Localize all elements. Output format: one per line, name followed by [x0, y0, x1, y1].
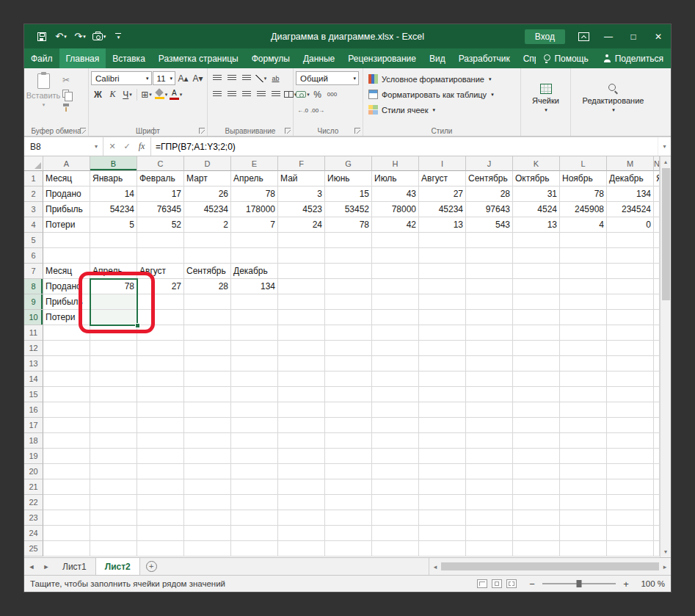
- cell-M7[interactable]: [607, 264, 654, 279]
- cell-E17[interactable]: [231, 418, 278, 433]
- cell-G15[interactable]: [325, 387, 372, 402]
- cell-L19[interactable]: [560, 449, 607, 464]
- cell-J7[interactable]: [466, 264, 513, 279]
- cell-B23[interactable]: [90, 510, 137, 526]
- vertical-scroll-thumb[interactable]: [662, 168, 670, 300]
- cell-E20[interactable]: [231, 464, 278, 479]
- cell-M5[interactable]: [607, 233, 654, 248]
- cell-F14[interactable]: [278, 372, 325, 387]
- cell-H5[interactable]: [372, 233, 419, 248]
- cell-E21[interactable]: [231, 479, 278, 495]
- cell-I15[interactable]: [419, 387, 466, 402]
- cell-G10[interactable]: [325, 310, 372, 325]
- cell-M3[interactable]: 234524: [607, 202, 654, 217]
- decrease-indent-button[interactable]: [254, 87, 268, 101]
- cell-M10[interactable]: [607, 310, 654, 325]
- cell-E3[interactable]: 178000: [231, 202, 278, 217]
- cell-N7[interactable]: [654, 264, 660, 279]
- cell-B10[interactable]: [90, 310, 137, 325]
- cell-E12[interactable]: [231, 341, 278, 356]
- cell-K25[interactable]: [513, 541, 560, 557]
- cell-J22[interactable]: [466, 495, 513, 510]
- font-size-select[interactable]: 11▾: [153, 71, 175, 85]
- cell-E10[interactable]: [231, 310, 278, 325]
- cell-J21[interactable]: [466, 479, 513, 495]
- cell-I16[interactable]: [419, 402, 466, 418]
- cell-M1[interactable]: Декабрь: [607, 171, 654, 186]
- cell-A9[interactable]: Прибыль: [43, 294, 90, 310]
- cell-I9[interactable]: [419, 294, 466, 310]
- cell-J2[interactable]: 28: [466, 186, 513, 202]
- cell-K21[interactable]: [513, 479, 560, 495]
- cell-F20[interactable]: [278, 464, 325, 479]
- cell-D17[interactable]: [184, 418, 231, 433]
- cell-K11[interactable]: [513, 325, 560, 341]
- cell-L6[interactable]: [560, 248, 607, 264]
- column-header-A[interactable]: A: [43, 156, 90, 171]
- cell-H8[interactable]: [372, 279, 419, 294]
- cell-L22[interactable]: [560, 495, 607, 510]
- row-header-21[interactable]: 21: [24, 479, 43, 495]
- cell-B18[interactable]: [90, 433, 137, 449]
- cell-J9[interactable]: [466, 294, 513, 310]
- cell-D8[interactable]: 28: [184, 279, 231, 294]
- bold-button[interactable]: Ж: [91, 87, 105, 101]
- cell-G19[interactable]: [325, 449, 372, 464]
- cell-K3[interactable]: 4524: [513, 202, 560, 217]
- cell-A20[interactable]: [43, 464, 90, 479]
- column-header-F[interactable]: F: [278, 156, 325, 171]
- close-button[interactable]: ✕: [646, 24, 671, 48]
- cell-E7[interactable]: Декабрь: [231, 264, 278, 279]
- cell-A18[interactable]: [43, 433, 90, 449]
- cell-C17[interactable]: [137, 418, 184, 433]
- cell-M4[interactable]: 0: [607, 217, 654, 233]
- cell-H23[interactable]: [372, 510, 419, 526]
- cell-H19[interactable]: [372, 449, 419, 464]
- row-header-19[interactable]: 19: [24, 449, 43, 464]
- cell-L9[interactable]: [560, 294, 607, 310]
- save-button[interactable]: [33, 28, 51, 46]
- conditional-formatting-button[interactable]: Условное форматирование ▾: [365, 72, 518, 86]
- cell-D23[interactable]: [184, 510, 231, 526]
- cell-L18[interactable]: [560, 433, 607, 449]
- zoom-slider[interactable]: [542, 583, 616, 584]
- cell-L17[interactable]: [560, 418, 607, 433]
- cell-A1[interactable]: Месяц: [43, 171, 90, 186]
- cell-A16[interactable]: [43, 402, 90, 418]
- cell-C20[interactable]: [137, 464, 184, 479]
- cell-D15[interactable]: [184, 387, 231, 402]
- cell-L21[interactable]: [560, 479, 607, 495]
- cell-E23[interactable]: [231, 510, 278, 526]
- cell-A13[interactable]: [43, 356, 90, 372]
- cell-N12[interactable]: [654, 341, 660, 356]
- cell-C8[interactable]: 27: [137, 279, 184, 294]
- cell-N6[interactable]: [654, 248, 660, 264]
- cell-E19[interactable]: [231, 449, 278, 464]
- format-as-table-button[interactable]: Форматировать как таблицу ▾: [365, 87, 518, 101]
- cell-M17[interactable]: [607, 418, 654, 433]
- paste-button[interactable]: Вставить ▾: [26, 70, 60, 125]
- cell-G13[interactable]: [325, 356, 372, 372]
- cell-N10[interactable]: [654, 310, 660, 325]
- cell-K13[interactable]: [513, 356, 560, 372]
- cell-L13[interactable]: [560, 356, 607, 372]
- cell-B14[interactable]: [90, 372, 137, 387]
- cell-J19[interactable]: [466, 449, 513, 464]
- cell-K12[interactable]: [513, 341, 560, 356]
- orientation-button[interactable]: ▾: [254, 71, 268, 85]
- cell-I18[interactable]: [419, 433, 466, 449]
- cell-L4[interactable]: 4: [560, 217, 607, 233]
- cell-J3[interactable]: 97643: [466, 202, 513, 217]
- ribbon-tab-Разметка страницы[interactable]: Разметка страницы: [152, 48, 245, 68]
- cell-F12[interactable]: [278, 341, 325, 356]
- cell-N14[interactable]: [654, 372, 660, 387]
- cell-J25[interactable]: [466, 541, 513, 557]
- cell-E15[interactable]: [231, 387, 278, 402]
- cell-G25[interactable]: [325, 541, 372, 557]
- cell-D19[interactable]: [184, 449, 231, 464]
- camera-button[interactable]: ▾: [90, 28, 108, 46]
- cell-J12[interactable]: [466, 341, 513, 356]
- wrap-text-button[interactable]: ab: [269, 71, 283, 85]
- cell-D16[interactable]: [184, 402, 231, 418]
- cell-A4[interactable]: Потери: [43, 217, 90, 233]
